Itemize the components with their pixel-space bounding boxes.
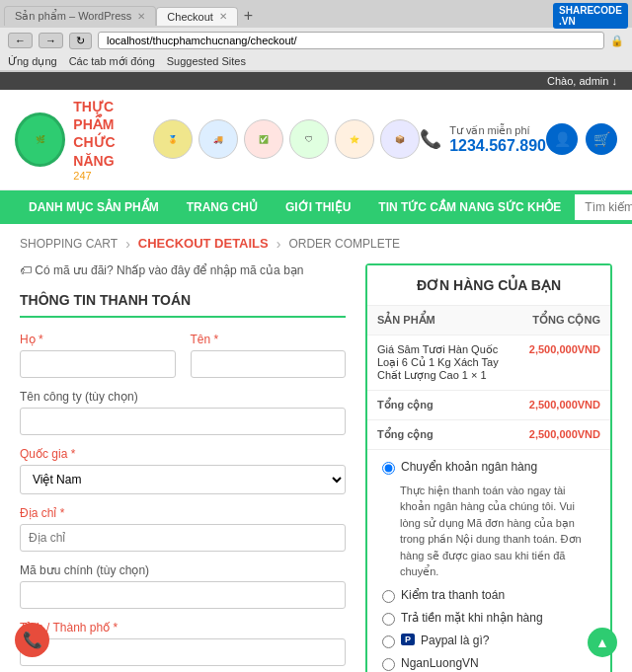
payment-bank-transfer[interactable]: Chuyển khoản ngân hàng xyxy=(382,460,595,475)
total-row: Tổng cộng 2,500,000VND xyxy=(367,419,610,449)
payment-nganluong-radio[interactable] xyxy=(382,658,395,671)
payment-paypal[interactable]: P Paypal là gì? xyxy=(382,634,595,648)
tab-close-icon[interactable]: ✕ xyxy=(219,11,227,22)
nav-item-home[interactable]: TRANG CHỦ xyxy=(173,190,272,224)
product-price: 2,500,000VND xyxy=(519,335,610,390)
float-phone-button[interactable]: 📞 xyxy=(15,623,49,657)
tab-wordpress[interactable]: Sản phẩm – WordPress ✕ xyxy=(4,6,156,26)
phone-icon: 📞 xyxy=(420,128,441,150)
badge-5: ⭐ xyxy=(335,119,374,159)
back-button[interactable]: ← xyxy=(8,33,33,48)
payment-bank-radio[interactable] xyxy=(382,462,395,475)
payment-cod-radio[interactable] xyxy=(382,613,395,626)
last-name-required: * xyxy=(39,333,43,346)
phone-block: Tư vấn miễn phí 1234.567.890 xyxy=(449,124,546,155)
postal-input[interactable] xyxy=(20,581,346,609)
breadcrumb-sep-1: › xyxy=(125,236,130,252)
first-name-required: * xyxy=(214,333,219,346)
main-content: 🏷 Có mã ưu đãi? Nhấp vào đây để nhập mã … xyxy=(0,263,632,672)
nav-item-news[interactable]: TIN TỨC CẦM NANG SỨC KHỎE xyxy=(364,190,575,224)
nav-item-about[interactable]: GIỚI THIỆU xyxy=(272,190,364,224)
postal-label: Mã bưu chính (tùy chọn) xyxy=(20,563,346,577)
tab-label: Sản phẩm – WordPress xyxy=(15,10,131,23)
tab-bar: Sản phẩm – WordPress ✕ Checkout ✕ + SHAR… xyxy=(0,0,632,28)
nav-menu: DANH MỤC SẢN PHẨM TRANG CHỦ GIỚI THIỆU T… xyxy=(0,190,632,224)
first-name-group: Tên * xyxy=(191,333,347,378)
country-group: Quốc gia * Việt Nam xyxy=(20,447,346,494)
admin-greeting: Chào, admin ↓ xyxy=(547,75,617,87)
promo-bar[interactable]: 🏷 Có mã ưu đãi? Nhấp vào đây để nhập mã … xyxy=(20,263,346,277)
subtotal-value: 2,500,000VND xyxy=(519,390,610,419)
reload-button[interactable]: ↻ xyxy=(69,33,92,49)
country-select[interactable]: Việt Nam xyxy=(20,465,346,494)
paypal-badge: P xyxy=(401,634,415,645)
logo-circle: 🌿 xyxy=(15,112,65,167)
account-icon[interactable]: 👤 xyxy=(546,123,578,155)
address-group: Địa chỉ * xyxy=(20,506,346,552)
city-label: Tỉnh / Thành phố * xyxy=(20,621,346,635)
first-name-label: Tên * xyxy=(191,333,347,346)
payment-check[interactable]: Kiểm tra thanh toán xyxy=(382,588,595,603)
breadcrumb-cart[interactable]: SHOPPING CART xyxy=(20,237,118,251)
checkout-form: 🏷 Có mã ưu đãi? Nhấp vào đây để nhập mã … xyxy=(20,263,346,672)
payment-paypal-radio[interactable] xyxy=(382,635,395,648)
search-input[interactable] xyxy=(575,194,632,220)
nav-search: 🔍 xyxy=(575,194,632,220)
payment-cod-label: Trả tiền mặt khi nhận hàng xyxy=(401,611,543,625)
order-title: ĐƠN HÀNG CỦA BẠN xyxy=(367,265,610,306)
country-label: Quốc gia * xyxy=(20,447,346,461)
tab-checkout[interactable]: Checkout ✕ xyxy=(156,7,237,26)
badges-row: 🏅 🚚 ✅ 🛡 ⭐ 📦 xyxy=(153,119,420,159)
ssl-icon: 🔒 xyxy=(610,35,624,47)
payment-check-radio[interactable] xyxy=(382,590,395,603)
postal-group: Mã bưu chính (tùy chọn) xyxy=(20,563,346,609)
logo-text-block: THỰC PHẨM CHỨC NĂNG 247 xyxy=(73,98,153,182)
company-label: Tên công ty (tùy chọn) xyxy=(20,390,346,404)
forward-button[interactable]: → xyxy=(39,33,63,48)
tab-label: Checkout xyxy=(167,11,212,23)
payment-cod[interactable]: Trả tiền mặt khi nhận hàng xyxy=(382,611,595,626)
nav-item-products[interactable]: DANH MỤC SẢN PHẨM xyxy=(15,190,173,224)
address-input[interactable] xyxy=(98,32,604,49)
page: Chào, admin ↓ 🌿 THỰC PHẨM CHỨC NĂNG 247 … xyxy=(0,72,632,672)
bookmark-suggested[interactable]: Suggested Sites xyxy=(167,55,246,68)
new-tab-button[interactable]: + xyxy=(244,7,253,25)
col-total-header: TỔNG CỘNG xyxy=(519,306,610,336)
badge-2: 🚚 xyxy=(198,119,238,159)
payment-paypal-label: Paypal là gì? xyxy=(421,634,489,647)
logo-line1: THỰC PHẨM xyxy=(73,98,153,133)
badge-1: 🏅 xyxy=(153,119,193,159)
badge-4: 🛡 xyxy=(289,119,329,159)
breadcrumb-complete[interactable]: ORDER COMPLETE xyxy=(288,237,400,251)
order-summary: ĐƠN HÀNG CỦA BẠN SẢN PHẨM TỔNG CỘNG Giá … xyxy=(365,263,612,672)
top-header: Chào, admin ↓ xyxy=(0,72,632,90)
order-table: SẢN PHẨM TỔNG CỘNG Giá Sâm Tươi Hàn Quốc… xyxy=(367,306,610,450)
breadcrumb: SHOPPING CART › CHECKOUT DETAILS › ORDER… xyxy=(0,224,632,263)
address-input[interactable] xyxy=(20,524,346,552)
sharecode-logo: SHARECODE.VN xyxy=(553,3,628,29)
cart-icon[interactable]: 🛒 xyxy=(586,123,617,155)
last-name-input[interactable] xyxy=(20,350,176,378)
bookmark-apps[interactable]: Ứng dụng xyxy=(8,55,57,68)
payment-nganluong-label: NganLuongVN xyxy=(401,656,479,670)
tab-close-icon[interactable]: ✕ xyxy=(137,11,145,22)
subtotal-row: Tổng cộng 2,500,000VND xyxy=(367,390,610,419)
product-name: Giá Sâm Tươi Hàn Quốc Loại 6 Củ 1 Kg Xác… xyxy=(367,335,519,390)
logo-icon: 🌿 xyxy=(36,135,45,145)
total-label: Tổng cộng xyxy=(367,419,519,449)
address-label: Địa chỉ * xyxy=(20,506,346,520)
payment-nganluong[interactable]: NganLuongVN xyxy=(382,656,595,671)
address-required: * xyxy=(60,506,65,520)
first-name-input[interactable] xyxy=(191,350,347,378)
subtotal-label: Tổng cộng xyxy=(367,390,519,419)
city-input[interactable] xyxy=(20,638,346,666)
phone-label: Tư vấn miễn phí xyxy=(449,124,546,137)
company-input[interactable] xyxy=(20,408,346,435)
payment-bank-desc: Thực hiện thanh toán vào ngay tài khoản … xyxy=(400,483,595,580)
badge-6: 📦 xyxy=(380,119,420,159)
payment-check-label: Kiểm tra thanh toán xyxy=(401,588,505,602)
bookmark-closed-tabs[interactable]: Các tab mới đóng xyxy=(69,55,155,68)
company-group: Tên công ty (tùy chọn) xyxy=(20,390,346,435)
float-top-button[interactable]: ▲ xyxy=(588,628,617,657)
col-product-header: SẢN PHẨM xyxy=(367,306,519,336)
